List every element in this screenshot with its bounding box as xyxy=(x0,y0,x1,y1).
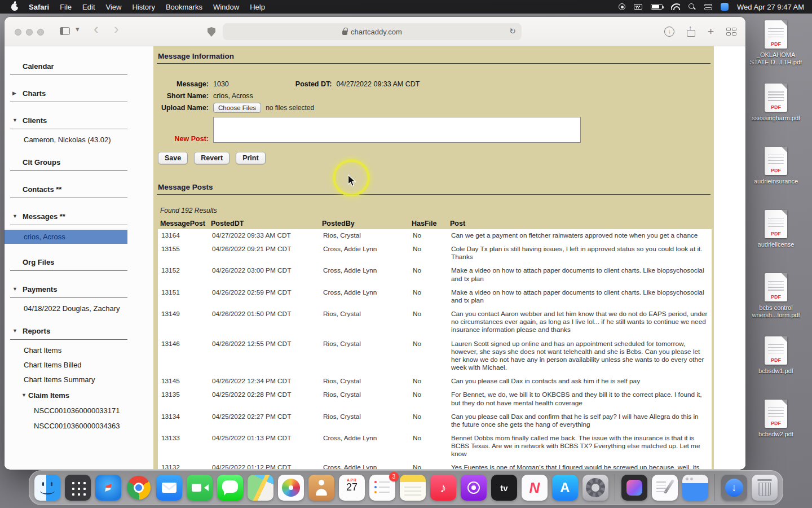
sidebar-item-claim-2[interactable]: NSCC0010360000034363 xyxy=(34,422,148,430)
pdf-badge: PDF xyxy=(765,168,787,173)
desktop-pdf-file[interactable]: PDF _OKLAHOMA STATE D...LTH.pdf xyxy=(748,20,804,84)
desktop-pdf-file[interactable]: PDF bcbsdw1.pdf xyxy=(758,336,793,400)
address-bar[interactable]: chartcaddy.com ↻ xyxy=(223,23,522,40)
choose-files-button[interactable]: Choose Files xyxy=(213,103,261,113)
sidebar-item-contacts[interactable]: Contacts ** xyxy=(10,185,127,198)
short-name-value: crios, Across xyxy=(213,92,253,100)
web-page: Calendar ▶Charts ▼Clients Cameron, Nicko… xyxy=(5,46,745,469)
cell-posted-by: Rios, Crystal xyxy=(320,388,409,410)
share-icon[interactable] xyxy=(687,27,695,37)
save-button[interactable]: Save xyxy=(158,152,188,164)
preview-app-icon[interactable] xyxy=(721,3,729,11)
desktop-pdf-file[interactable]: PDF bcbs control wnersh...form.pdf xyxy=(748,273,804,336)
desktop-pdf-file[interactable]: PDF audrieinsurance xyxy=(754,147,798,210)
sidebar-item-messages[interactable]: ▼Messages ** xyxy=(10,212,127,225)
menu-item[interactable]: Help xyxy=(250,3,265,11)
wifi-icon[interactable] xyxy=(671,3,680,10)
revert-button[interactable]: Revert xyxy=(194,152,230,164)
dock-notes-icon[interactable] xyxy=(400,475,426,501)
dock-messages-icon[interactable] xyxy=(217,475,243,501)
menu-app-name[interactable]: Safari xyxy=(29,3,49,11)
dock-downloads-stack-icon[interactable]: ↓ xyxy=(721,475,747,501)
dock-maps-icon[interactable] xyxy=(248,475,273,501)
pdf-badge: PDF xyxy=(765,357,787,363)
dock-calendar-icon[interactable]: APR 27 xyxy=(339,475,365,501)
menu-item[interactable]: Bookmarks xyxy=(166,3,202,11)
menu-item[interactable]: View xyxy=(106,3,122,11)
app-sidebar: Calendar ▶Charts ▼Clients Cameron, Nicko… xyxy=(5,46,153,469)
menu-item[interactable]: Window xyxy=(213,3,239,11)
screen-record-icon[interactable] xyxy=(619,3,625,10)
apple-menu-icon[interactable] xyxy=(11,3,18,11)
sidebar-item-org-files[interactable]: Org Files xyxy=(10,258,127,271)
sidebar-item-claim-items[interactable]: ▼Claim Items xyxy=(19,391,148,400)
dock-appstore-icon[interactable]: A xyxy=(552,475,578,501)
dock-photos-icon[interactable] xyxy=(278,475,304,501)
dock-mail-icon[interactable] xyxy=(156,475,182,501)
sidebar-item-clients[interactable]: ▼Clients xyxy=(10,116,127,129)
sidebar-item-payment[interactable]: 04/18/2022 Douglas, Zachary xyxy=(24,304,148,313)
sidebar-toggle-icon[interactable] xyxy=(60,27,70,35)
sidebar-item-charts[interactable]: ▶Charts xyxy=(10,89,127,102)
desktop-pdf-file[interactable]: PDF bcbsdw2.pdf xyxy=(758,400,793,463)
privacy-shield-icon[interactable] xyxy=(208,27,215,37)
dock-music-icon[interactable]: ♪ xyxy=(430,475,456,501)
file-name-label: bcbsdw1.pdf xyxy=(758,367,793,375)
chevron-down-icon[interactable]: ▾ xyxy=(76,25,80,33)
sidebar-item-chart-items-billed[interactable]: Chart Items Billed xyxy=(24,361,148,369)
dock-system-preferences-icon[interactable] xyxy=(582,475,608,501)
forward-button[interactable]: › xyxy=(114,21,119,36)
dock-facetime-icon[interactable] xyxy=(187,475,213,501)
message-posts-table: MessagePost PostedDT PostedBy HasFile Po… xyxy=(158,218,712,469)
tab-overview-icon[interactable] xyxy=(726,28,736,36)
reload-icon[interactable]: ↻ xyxy=(509,27,516,36)
cell-post: Can we get a payment on fletcher rainwat… xyxy=(448,229,712,243)
sidebar-item-calendar[interactable]: Calendar xyxy=(10,62,127,75)
dock-news-icon[interactable]: N xyxy=(522,475,548,501)
spotlight-icon[interactable] xyxy=(689,3,696,11)
minimize-window-button[interactable] xyxy=(26,29,33,36)
menu-bar: Safari FileEditViewHistoryBookmarksWindo… xyxy=(0,0,812,14)
sidebar-item-message-selected[interactable]: crios, Across xyxy=(5,230,127,244)
zoom-window-button[interactable] xyxy=(37,29,44,36)
dock-appletv-icon[interactable]: tv xyxy=(491,475,517,501)
cell-has-file: No xyxy=(409,461,448,469)
dock-contacts-icon[interactable] xyxy=(308,475,334,501)
dock-window-app-icon[interactable] xyxy=(682,475,708,501)
cell-posted-dt: 04/25/2022 01:13 PM CDT xyxy=(209,432,320,461)
cell-message-id: 13152 xyxy=(158,264,209,286)
sidebar-item-reports[interactable]: ▼Reports xyxy=(10,327,127,340)
keyboard-icon[interactable] xyxy=(634,4,642,10)
dock-safari-icon[interactable] xyxy=(95,475,121,501)
control-center-icon[interactable] xyxy=(704,3,712,10)
print-button[interactable]: Print xyxy=(236,152,265,164)
dock-finder-icon[interactable] xyxy=(34,475,60,501)
sidebar-item-chart-items[interactable]: Chart Items xyxy=(24,346,148,354)
sidebar-item-payments[interactable]: ▼Payments xyxy=(10,285,127,298)
sidebar-item-chart-items-summary[interactable]: Chart Items Summary xyxy=(24,375,148,384)
dock-trash-icon[interactable] xyxy=(752,475,778,501)
desktop-pdf-file[interactable]: PDF ssessingharm.pdf xyxy=(752,84,800,147)
battery-icon[interactable] xyxy=(651,4,663,10)
cell-posted-dt: 04/26/2022 12:34 PM CDT xyxy=(209,375,320,388)
back-button[interactable]: ‹ xyxy=(94,21,99,36)
menu-item[interactable]: History xyxy=(132,3,155,11)
sidebar-item-client[interactable]: Cameron, Nickolas (43.02) xyxy=(24,135,148,144)
menu-item[interactable]: Edit xyxy=(82,3,95,11)
dock-graphics-app-icon[interactable] xyxy=(621,475,647,501)
new-post-textarea[interactable] xyxy=(213,117,581,143)
downloads-icon[interactable]: ↓ xyxy=(664,27,674,37)
dock-launchpad-icon[interactable] xyxy=(65,475,91,501)
table-row: 13132 04/25/2022 01:12 PM CDT Cross, Add… xyxy=(158,461,712,469)
menu-bar-clock[interactable]: Wed Apr 27 9:47 AM xyxy=(737,3,804,11)
close-window-button[interactable] xyxy=(15,29,21,36)
dock-chrome-icon[interactable] xyxy=(126,475,152,501)
desktop-pdf-file[interactable]: PDF audrielicense xyxy=(758,210,795,273)
new-tab-icon[interactable]: + xyxy=(708,26,714,37)
dock-textedit-icon[interactable] xyxy=(652,475,678,501)
dock-reminders-icon[interactable]: 3 xyxy=(369,475,395,501)
sidebar-item-clt-groups[interactable]: Clt Groups xyxy=(10,158,127,171)
dock-podcasts-icon[interactable] xyxy=(461,475,487,501)
sidebar-item-claim-1[interactable]: NSCC0010360000033171 xyxy=(34,406,148,415)
menu-item[interactable]: File xyxy=(60,3,72,11)
